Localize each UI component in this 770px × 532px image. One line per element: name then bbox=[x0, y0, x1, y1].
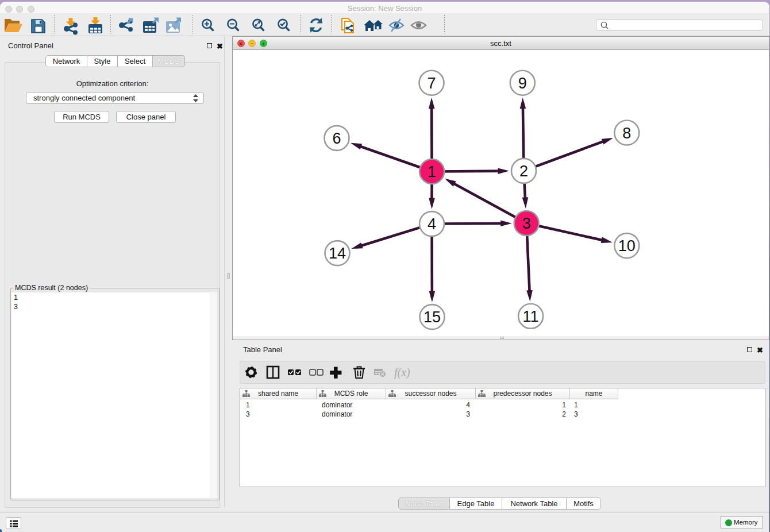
svg-text:2: 2 bbox=[519, 163, 528, 180]
svg-text:4: 4 bbox=[428, 215, 436, 233]
svg-text:15: 15 bbox=[424, 309, 441, 326]
svg-text:f(x): f(x) bbox=[394, 366, 410, 379]
svg-text:1: 1 bbox=[428, 163, 436, 180]
svg-text:14: 14 bbox=[329, 245, 346, 262]
svg-text:8: 8 bbox=[622, 125, 631, 142]
svg-text:11: 11 bbox=[523, 308, 539, 325]
svg-text:7: 7 bbox=[427, 75, 436, 92]
svg-text:3: 3 bbox=[522, 215, 531, 232]
svg-text:9: 9 bbox=[518, 75, 527, 92]
svg-text:6: 6 bbox=[332, 130, 341, 147]
svg-text:10: 10 bbox=[618, 237, 636, 255]
